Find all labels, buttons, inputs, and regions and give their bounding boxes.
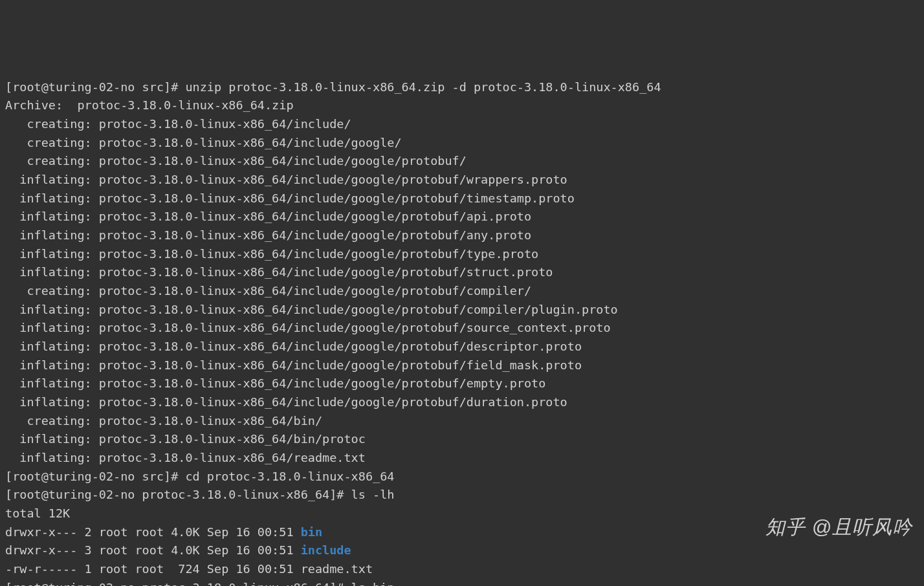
terminal-line: creating: protoc-3.18.0-linux-x86_64/inc… [5, 134, 919, 153]
terminal-line: drwxr-x--- 3 root root 4.0K Sep 16 00:51… [5, 541, 919, 560]
terminal-line: creating: protoc-3.18.0-linux-x86_64/inc… [5, 282, 919, 301]
terminal-line: inflating: protoc-3.18.0-linux-x86_64/in… [5, 338, 919, 356]
terminal-line: [root@turing-02-no protoc-3.18.0-linux-x… [5, 486, 919, 505]
terminal-line: inflating: protoc-3.18.0-linux-x86_64/bi… [5, 430, 919, 449]
terminal-line: inflating: protoc-3.18.0-linux-x86_64/in… [5, 226, 919, 245]
ls-entry-name: bin [301, 525, 322, 539]
terminal-output[interactable]: [root@turing-02-no src]# unzip protoc-3.… [5, 78, 919, 586]
terminal-line: inflating: protoc-3.18.0-linux-x86_64/in… [5, 245, 919, 264]
terminal-line: inflating: protoc-3.18.0-linux-x86_64/in… [5, 319, 919, 338]
terminal-line: [root@turing-02-no src]# cd protoc-3.18.… [5, 468, 919, 486]
terminal-line: inflating: protoc-3.18.0-linux-x86_64/in… [5, 190, 919, 208]
terminal-line: inflating: protoc-3.18.0-linux-x86_64/re… [5, 449, 919, 468]
terminal-line: [root@turing-02-no protoc-3.18.0-linux-x… [5, 579, 919, 586]
terminal-line: inflating: protoc-3.18.0-linux-x86_64/in… [5, 208, 919, 226]
terminal-line: Archive: protoc-3.18.0-linux-x86_64.zip [5, 96, 919, 115]
terminal-line: inflating: protoc-3.18.0-linux-x86_64/in… [5, 263, 919, 282]
ls-entry-name: include [301, 543, 351, 557]
watermark-text: 知乎 @且听风吟 [765, 512, 912, 543]
terminal-line: creating: protoc-3.18.0-linux-x86_64/inc… [5, 115, 919, 134]
terminal-line: -rw-r----- 1 root root 724 Sep 16 00:51 … [5, 560, 919, 579]
terminal-line: creating: protoc-3.18.0-linux-x86_64/bin… [5, 412, 919, 431]
terminal-line: inflating: protoc-3.18.0-linux-x86_64/in… [5, 393, 919, 412]
terminal-line: inflating: protoc-3.18.0-linux-x86_64/in… [5, 301, 919, 320]
terminal-line: [root@turing-02-no src]# unzip protoc-3.… [5, 78, 919, 97]
terminal-line: inflating: protoc-3.18.0-linux-x86_64/in… [5, 374, 919, 393]
terminal-line: inflating: protoc-3.18.0-linux-x86_64/in… [5, 171, 919, 190]
terminal-line: inflating: protoc-3.18.0-linux-x86_64/in… [5, 356, 919, 375]
terminal-line: creating: protoc-3.18.0-linux-x86_64/inc… [5, 152, 919, 171]
